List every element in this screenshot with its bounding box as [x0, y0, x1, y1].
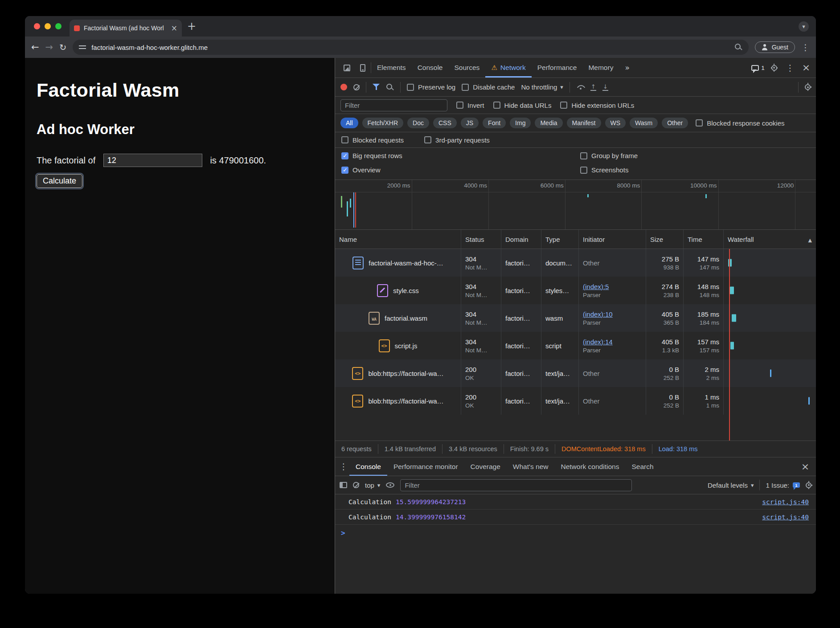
filter-chip-all[interactable]: All — [340, 118, 358, 128]
more-tabs-button[interactable] — [619, 58, 635, 77]
table-row[interactable]: blob:https://factorial-wa… 200OK factori… — [335, 387, 816, 415]
source-link[interactable]: script.js:40 — [762, 498, 809, 506]
live-expression-icon[interactable] — [386, 482, 394, 488]
column-header-status[interactable]: Status — [461, 230, 501, 249]
export-har-button[interactable] — [602, 84, 608, 91]
inspect-element-button[interactable] — [339, 61, 355, 75]
zoom-window-button[interactable] — [55, 23, 61, 29]
table-row[interactable]: blob:https://factorial-wa… 200OK factori… — [335, 359, 816, 387]
filter-chip-js[interactable]: JS — [461, 118, 479, 128]
console-prompt[interactable] — [335, 525, 816, 541]
filter-chip-manifest[interactable]: Manifest — [567, 118, 601, 128]
tab-network[interactable]: Network — [485, 58, 531, 77]
hide-extension-urls-checkbox[interactable]: Hide extension URLs — [560, 102, 634, 109]
factorial-input[interactable] — [103, 154, 202, 167]
console-settings-icon[interactable] — [806, 482, 811, 488]
browser-tab[interactable]: Factorial Wasm (ad hoc Worl — [70, 20, 182, 37]
devtools-close-button[interactable] — [798, 61, 814, 75]
throttling-dropdown[interactable]: No throttling — [521, 83, 563, 91]
filter-toggle-icon[interactable] — [373, 84, 380, 90]
tab-elements[interactable]: Elements — [371, 58, 412, 77]
drawer-tab-performance-monitor[interactable]: Performance monitor — [387, 457, 464, 476]
tab-performance[interactable]: Performance — [532, 58, 583, 77]
filter-chip-other[interactable]: Other — [662, 118, 688, 128]
screenshots-checkbox[interactable]: Screenshots — [580, 166, 810, 174]
close-window-button[interactable] — [34, 23, 40, 29]
console-message[interactable]: Calculation 15.599999964237213 script.js… — [335, 494, 816, 510]
console-message[interactable]: Calculation 14.399999976158142 script.js… — [335, 510, 816, 525]
browser-menu-button[interactable] — [801, 43, 810, 52]
drawer-tab-network-conditions[interactable]: Network conditions — [554, 457, 625, 476]
issues-counter[interactable]: 1 Issue: 1 — [766, 481, 800, 489]
filter-chip-fetchxhr[interactable]: Fetch/XHR — [362, 118, 403, 128]
source-link[interactable]: script.js:40 — [762, 514, 809, 521]
blocked-response-cookies-checkbox[interactable]: Blocked response cookies — [696, 119, 784, 127]
table-row[interactable]: factorial-wasm-ad-hoc-… 304Not M… factor… — [335, 249, 816, 277]
tab-close-icon[interactable] — [171, 24, 177, 32]
filter-chip-doc[interactable]: Doc — [407, 118, 429, 128]
issues-button[interactable]: 1 — [750, 61, 766, 75]
column-header-type[interactable]: Type — [541, 230, 579, 249]
forward-button[interactable] — [45, 42, 53, 53]
network-overview-timeline[interactable]: 2000 ms 4000 ms 6000 ms 8000 ms 10000 ms… — [335, 180, 816, 230]
context-dropdown[interactable]: top — [365, 481, 380, 489]
filter-chip-wasm[interactable]: Wasm — [630, 118, 658, 128]
drawer-close-button[interactable] — [797, 460, 813, 474]
filter-chip-font[interactable]: Font — [483, 118, 506, 128]
filter-chip-css[interactable]: CSS — [433, 118, 457, 128]
third-party-requests-checkbox[interactable]: 3rd-party requests — [424, 136, 490, 144]
table-row[interactable]: factorial.wasm 304Not M… factori… wasm (… — [335, 304, 816, 332]
column-header-size[interactable]: Size — [646, 230, 684, 249]
initiator-link[interactable]: (index):5 — [583, 283, 642, 290]
drawer-tab-console[interactable]: Console — [349, 457, 387, 476]
blocked-requests-checkbox[interactable]: Blocked requests — [341, 136, 404, 144]
invert-checkbox[interactable]: Invert — [456, 102, 484, 109]
minimize-window-button[interactable] — [45, 23, 51, 29]
drawer-menu-button[interactable] — [338, 457, 349, 476]
address-bar[interactable]: factorial-wasm-ad-hoc-worker.glitch.me — [73, 40, 749, 55]
devtools-settings-button[interactable] — [766, 61, 782, 75]
tab-console[interactable]: Console — [412, 58, 449, 77]
table-row[interactable]: script.js 304Not M… factori… script (ind… — [335, 332, 816, 359]
console-sidebar-icon[interactable] — [340, 482, 347, 488]
tab-search-button[interactable] — [799, 21, 809, 32]
column-header-initiator[interactable]: Initiator — [579, 230, 646, 249]
overview-checkbox[interactable]: Overview — [341, 166, 580, 174]
column-header-domain[interactable]: Domain — [501, 230, 541, 249]
filter-chip-media[interactable]: Media — [535, 118, 562, 128]
zoom-icon[interactable] — [734, 43, 742, 51]
initiator-link[interactable]: (index):14 — [583, 338, 642, 346]
calculate-button[interactable]: Calculate — [37, 174, 82, 188]
devtools-menu-button[interactable] — [782, 61, 798, 75]
initiator-link[interactable]: (index):10 — [583, 310, 642, 318]
column-header-time[interactable]: Time — [684, 230, 724, 249]
profile-chip[interactable]: Guest — [755, 41, 795, 53]
back-button[interactable] — [31, 42, 39, 53]
network-settings-icon[interactable] — [805, 84, 811, 90]
new-tab-button[interactable] — [187, 21, 196, 32]
import-har-button[interactable] — [590, 84, 596, 91]
reload-button[interactable] — [59, 42, 66, 53]
network-filter-input[interactable] — [340, 99, 447, 111]
record-button[interactable] — [340, 84, 347, 90]
filter-chip-img[interactable]: Img — [510, 118, 531, 128]
network-search-icon[interactable] — [386, 83, 394, 91]
console-filter-input[interactable] — [400, 479, 632, 491]
drawer-tab-whats-new[interactable]: What's new — [507, 457, 555, 476]
filter-chip-ws[interactable]: WS — [605, 118, 626, 128]
drawer-tab-search[interactable]: Search — [625, 457, 660, 476]
clear-network-button[interactable] — [353, 84, 360, 90]
tab-sources[interactable]: Sources — [449, 58, 486, 77]
device-toolbar-button[interactable] — [355, 61, 371, 75]
group-by-frame-checkbox[interactable]: Group by frame — [580, 152, 810, 159]
drawer-tab-coverage[interactable]: Coverage — [464, 457, 507, 476]
column-header-name[interactable]: Name — [335, 230, 461, 249]
tab-memory[interactable]: Memory — [582, 58, 619, 77]
site-settings-icon[interactable] — [79, 45, 86, 50]
disable-cache-checkbox[interactable]: Disable cache — [462, 83, 515, 91]
table-row[interactable]: style.css 304Not M… factori… styles… (in… — [335, 277, 816, 304]
preserve-log-checkbox[interactable]: Preserve log — [407, 83, 455, 91]
column-header-waterfall[interactable]: Waterfall — [724, 230, 816, 249]
network-conditions-icon[interactable] — [576, 85, 584, 90]
clear-console-button[interactable] — [353, 482, 359, 488]
